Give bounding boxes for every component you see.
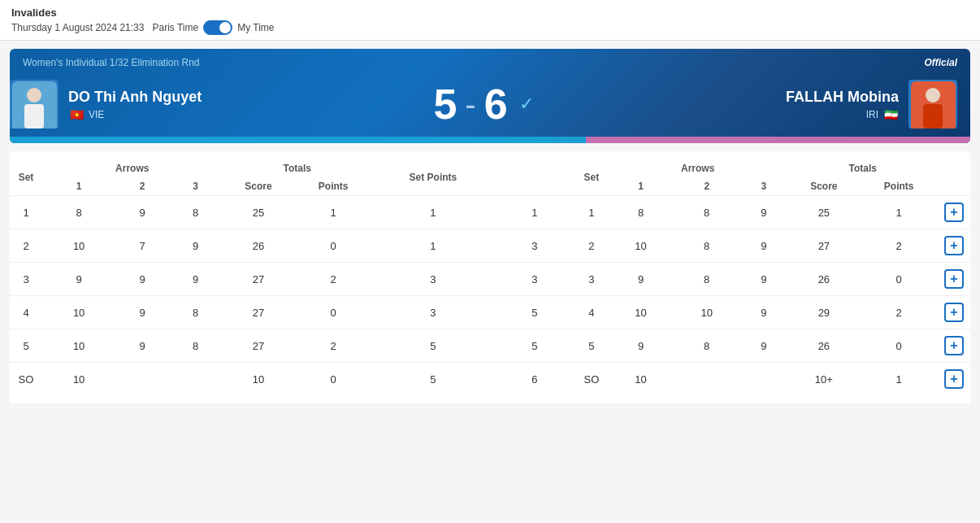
sp-right-cell: 6 — [494, 363, 575, 396]
right-score-header: Score — [787, 177, 860, 196]
right-score-cell: 27 — [787, 229, 860, 263]
athlete-left-country-code: VIE — [89, 109, 104, 120]
sp-left-cell: 3 — [372, 263, 494, 296]
expand-button[interactable]: + — [944, 269, 964, 289]
athlete-right-name: FALLAH Mobina — [786, 89, 899, 106]
left-score-cell: 25 — [222, 196, 294, 229]
left-points-header: Points — [294, 177, 372, 196]
right-arrow1-header: 1 — [608, 177, 674, 196]
athlete-left-info: DO Thi Anh Nguyet 🇻🇳 VIE — [68, 89, 202, 120]
right-set-cell: SO — [575, 363, 608, 396]
right-set-cell: 4 — [575, 296, 608, 329]
expand-cell[interactable]: + — [938, 196, 970, 229]
athlete-left-country: 🇻🇳 VIE — [68, 109, 202, 120]
time-toggle[interactable] — [203, 20, 232, 35]
expand-button[interactable]: + — [944, 369, 964, 389]
left-a3-cell: 9 — [169, 229, 223, 263]
athlete-left-photo — [10, 80, 59, 129]
venue-label: Invalides — [11, 7, 969, 19]
expand-cell[interactable]: + — [938, 296, 970, 329]
athlete-right: FALLAH Mobina 🇮🇷 IRI — [557, 73, 957, 135]
expand-button[interactable]: + — [944, 303, 964, 322]
expand-cell[interactable]: + — [938, 263, 970, 296]
sp-right-cell: 3 — [494, 229, 575, 263]
expand-button[interactable]: + — [944, 336, 964, 355]
right-score-cell: 29 — [787, 296, 860, 329]
right-a2-cell: 8 — [674, 263, 739, 296]
expand-button[interactable]: + — [944, 203, 964, 222]
color-bar — [10, 137, 970, 143]
my-time-label: My Time — [237, 22, 274, 33]
left-score-cell: 10 — [222, 363, 294, 396]
left-a2-cell: 9 — [115, 296, 169, 329]
expand-col-header — [938, 159, 970, 196]
right-set-cell: 3 — [575, 263, 608, 296]
left-set-cell: 2 — [10, 229, 42, 263]
right-points-cell: 2 — [860, 229, 938, 263]
score-table: Set Arrows Totals Set Points Set Arrows … — [10, 159, 970, 395]
sp-left-cell: 1 — [372, 229, 494, 263]
left-arrow1-header: 1 — [42, 177, 115, 196]
right-points-header: Points — [860, 177, 938, 196]
left-a1-cell: 9 — [42, 263, 115, 296]
sp-right-cell: 3 — [494, 263, 575, 296]
left-points-cell: 0 — [294, 296, 372, 329]
left-a3-cell: 8 — [169, 329, 223, 363]
right-set-header: Set — [575, 159, 608, 196]
right-set-cell: 1 — [575, 196, 608, 229]
sp-left-cell: 1 — [372, 196, 494, 229]
left-set-cell: 4 — [10, 296, 42, 329]
left-a3-cell: 9 — [169, 263, 223, 296]
expand-cell[interactable]: + — [938, 329, 970, 363]
score-right: 6 — [484, 80, 508, 129]
left-a2-cell: 7 — [115, 229, 169, 263]
expand-button[interactable]: + — [944, 236, 964, 255]
left-a2-cell: 9 — [115, 263, 169, 296]
right-points-cell: 1 — [860, 363, 938, 396]
right-arrow2-header: 2 — [674, 177, 739, 196]
right-a1-cell: 9 — [608, 263, 674, 296]
right-arrow3-header: 3 — [739, 177, 787, 196]
right-a1-cell: 10 — [608, 296, 674, 329]
left-a1-cell: 10 — [42, 329, 115, 363]
svg-rect-3 — [923, 104, 943, 129]
athlete-right-info: FALLAH Mobina 🇮🇷 IRI — [786, 89, 899, 120]
left-points-cell: 2 — [294, 329, 372, 363]
svg-point-2 — [926, 88, 940, 102]
right-score-cell: 10+ — [787, 363, 860, 396]
expand-cell[interactable]: + — [938, 229, 970, 263]
score-display: 5 - 6 ✓ — [433, 80, 533, 129]
left-totals-header: Totals — [222, 159, 372, 177]
left-score-cell: 26 — [222, 229, 294, 263]
left-set-cell: 5 — [10, 329, 42, 363]
right-score-cell: 25 — [787, 196, 860, 229]
table-section: Set Arrows Totals Set Points Set Arrows … — [10, 151, 970, 403]
right-a3-cell: 9 — [739, 229, 787, 263]
right-a2-cell: 8 — [674, 329, 739, 363]
left-a2-cell — [115, 363, 169, 396]
left-points-cell: 0 — [294, 363, 372, 396]
athlete-right-country-code: IRI — [866, 109, 878, 120]
right-a3-cell — [739, 363, 787, 396]
left-set-cell: SO — [10, 363, 42, 396]
right-points-cell: 0 — [860, 263, 938, 296]
expand-cell[interactable]: + — [938, 363, 970, 396]
left-a2-cell: 9 — [115, 329, 169, 363]
table-row: 2 10 7 9 26 0 1 3 2 10 8 9 27 2 + — [10, 229, 970, 263]
athlete-left-flag: 🇻🇳 — [68, 109, 85, 120]
right-a3-cell: 9 — [739, 296, 787, 329]
right-a2-cell — [674, 363, 739, 396]
right-points-cell: 0 — [860, 329, 938, 363]
right-a2-cell: 10 — [674, 296, 739, 329]
left-points-cell: 0 — [294, 229, 372, 263]
left-a2-cell: 9 — [115, 196, 169, 229]
athlete-left-silhouette — [12, 81, 57, 129]
left-a1-cell: 8 — [42, 196, 115, 229]
right-arrows-header: Arrows — [608, 159, 787, 177]
right-a1-cell: 9 — [608, 329, 674, 363]
left-points-cell: 2 — [294, 263, 372, 296]
left-arrow3-header: 3 — [169, 177, 223, 196]
time-toggle-group: Paris Time My Time — [152, 20, 274, 35]
sp-left-cell: 3 — [372, 296, 494, 329]
right-a3-cell: 9 — [739, 263, 787, 296]
